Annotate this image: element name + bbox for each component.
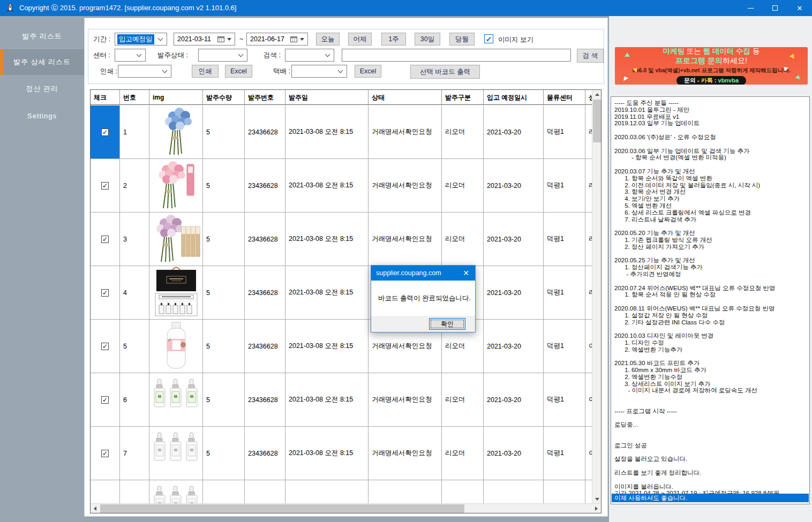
cell-order-no: 23436628 [245,105,285,158]
excel-button[interactable]: Excel [225,65,252,78]
log-line [614,401,809,408]
date-to-picker[interactable]: 2021-06-17 [246,33,308,46]
table-row[interactable]: ✓35234366282021-03-08 오전 8:15거래명세서확인요청리오… [91,213,592,266]
column-header-0[interactable]: 체크 [91,90,120,105]
scroll-right-icon[interactable] [592,504,601,513]
cell-check[interactable]: ✓ [91,266,120,319]
print-button[interactable]: 인쇄 [192,65,219,78]
row-checkbox[interactable]: ✓ [101,450,109,457]
search-button[interactable]: 검 색 [577,49,604,63]
search-type-combo[interactable] [285,49,334,62]
cell-order-no: 23436628 [245,266,285,319]
dialog-close-icon[interactable]: ✕ [457,266,475,281]
search-input[interactable] [342,49,571,62]
close-button[interactable]: ✕ [787,0,812,16]
cell-status: 거래명세서확인요청 [369,427,442,480]
print-label: 인쇄 : [100,65,117,78]
row-checkbox[interactable]: ✓ [101,343,109,350]
cell-status: 거래명세서확인요청 [369,159,442,212]
table-row[interactable]: ✓65234366282021-03-08 오전 8:15거래명세서확인요청리오… [91,373,592,427]
table-row[interactable]: ✓45234366282021-03-08 오전 8:15거래명세서확인요청리오… [91,266,592,320]
column-header-1[interactable]: 번호 [120,90,149,105]
minimize-button[interactable] [738,0,763,16]
cell-order-type: 리오더 [442,373,484,426]
horizontal-scrollbar[interactable] [91,503,601,513]
row-checkbox[interactable]: ✓ [101,396,109,404]
period-combo[interactable]: 입고예정일 [115,33,167,46]
product-image [152,213,201,266]
sidebar-item-settings[interactable]: Settings [0,103,84,128]
date-from-picker[interactable]: 2021-03-11 [174,33,235,46]
table-row[interactable]: ✓85234366282021-03-08 오전 8:15거래명세서확인요청리오… [91,480,592,504]
sidebar-item-order-list[interactable]: 발주 리스트 [0,24,84,49]
column-header-4[interactable]: 발주번호 [245,90,285,105]
current-month-button[interactable]: 당월 [449,33,475,46]
column-header-3[interactable]: 발주수량 [203,90,245,105]
cell-check[interactable]: ✓ [91,427,120,480]
column-header-8[interactable]: 입고 예정일시 [484,90,544,105]
sidebar-item-settlement[interactable]: 정산 관리 [0,76,84,102]
dialog-titlebar: supplier.coupang.com ✕ [371,266,475,281]
vertical-scroll-thumb[interactable] [593,100,601,142]
table-row[interactable]: ✓55234366282021-03-08 오전 8:15거래명세서확인요청리오… [91,320,592,373]
row-checkbox[interactable]: ✓ [101,128,109,136]
column-header-9[interactable]: 물류센터 [544,90,585,105]
cell-check[interactable]: ✓ [91,159,120,212]
order-state-combo[interactable] [198,49,247,62]
cell-check[interactable]: ✓ [91,373,120,426]
row-checkbox[interactable]: ✓ [101,289,109,297]
log-line: 2020.03.06 '(주)성은' - 오류 수정요청 [614,134,809,141]
cell-check[interactable]: ✓ [91,213,120,266]
log-textbox[interactable]: ----- 도움 주신 분들 -----2019.10.01 올투그린 - 제안… [611,96,810,504]
cell-check[interactable]: ✓ [91,105,120,158]
log-line [614,127,809,134]
scroll-down-icon[interactable] [592,495,602,504]
cell-no: 6 [120,373,149,426]
courier-label: 택배 : [273,65,290,78]
one-week-button[interactable]: 1주 [381,33,406,46]
product-image [152,159,201,212]
scroll-left-icon[interactable] [91,504,100,513]
cell-check[interactable]: ✓ [91,320,120,373]
barcode-print-button[interactable]: 선택 바코드 출력 [410,65,480,79]
cell-order-type: 리오더 [442,480,484,504]
column-header-5[interactable]: 발주일 [285,90,369,105]
cell-check[interactable]: ✓ [91,480,120,504]
yesterday-button[interactable]: 어제 [348,33,372,46]
row-checkbox[interactable]: ✓ [101,236,109,243]
app-rocket-icon [5,3,15,13]
column-header-7[interactable]: 발주구분 [442,90,484,105]
table-row[interactable]: ✓25234366282021-03-08 오전 8:15거래명세서확인요청리오… [91,159,592,213]
courier-combo[interactable] [291,65,347,78]
scroll-up-icon[interactable] [592,90,602,99]
cell-order-no: 23436628 [245,320,285,373]
cell-status: 거래명세서확인요청 [369,480,442,504]
cell-qty: 5 [203,266,245,319]
table-row[interactable]: ✓15234366282021-03-08 오전 8:15거래명세서확인요청리오… [91,105,592,159]
cell-order-date: 2021-03-08 오전 8:15 [285,266,369,319]
log-line: 설정을 불러오고 있습니다. [614,456,809,463]
today-button[interactable]: 오늘 [316,33,340,46]
column-header-2[interactable]: img [149,90,203,105]
log-line: 2. 기타 설정관련 INI Class 다수 수정 [614,319,809,326]
cell-order-no: 23436628 [245,427,285,480]
maximize-button[interactable] [763,0,787,16]
ad-banner[interactable]: 마케팅 또는 웹 데이터 수집 등 프로그램 문의하세요! vb6.0 및 vb… [615,47,808,85]
courier-excel-button[interactable]: Excel [355,65,381,78]
log-line [614,223,809,230]
window-title: Copyright ⓒ 2015. program1472. [supplier… [19,3,236,13]
center-combo[interactable] [115,49,146,62]
row-checkbox[interactable]: ✓ [101,182,109,190]
log-line: 1. 항목 순서와 똑같이 엑셀 변환 [614,175,809,182]
log-line [614,415,809,422]
table-row[interactable]: ✓75234366282021-03-08 오전 8:15거래명세서확인요청리오… [91,427,592,480]
vertical-scrollbar[interactable] [592,90,601,504]
image-view-checkbox[interactable]: ✓ [484,34,493,43]
dialog-ok-button[interactable]: 확인 [429,318,465,330]
print-combo[interactable] [118,65,171,78]
sidebar-item-order-detail-list[interactable]: 발주 상세 리스트 [0,49,84,75]
horizontal-scroll-thumb[interactable] [100,504,464,513]
column-header-6[interactable]: 상태 [369,90,442,105]
thirty-days-button[interactable]: 30일 [415,33,440,46]
log-line [614,326,809,332]
